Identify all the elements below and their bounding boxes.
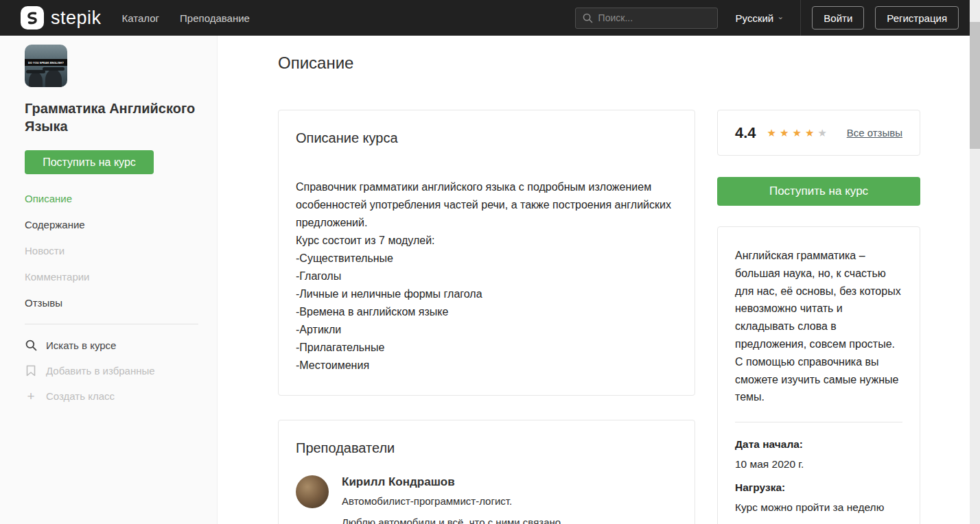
star-icon <box>805 127 814 139</box>
search-input[interactable] <box>598 12 708 23</box>
stepik-logo-text: stepik <box>51 8 102 29</box>
sidebar-item-description[interactable]: Описание <box>25 193 198 204</box>
sidebar-item-comments: Комментарии <box>25 271 198 283</box>
enroll-button-main[interactable]: Поступить на курс <box>717 177 920 206</box>
sidebar-item-contents[interactable]: Содержание <box>25 219 198 230</box>
navbar-divider <box>800 0 801 36</box>
sidebar-divider <box>25 324 198 324</box>
teacher-avatar[interactable] <box>296 475 329 508</box>
create-class-action: + Создать класс <box>25 390 198 402</box>
language-selector[interactable]: Русский ⌄ <box>736 12 784 24</box>
stepik-logo[interactable]: stepik <box>21 6 102 29</box>
register-button[interactable]: Регистрация <box>875 6 959 29</box>
fact-value: Курс можно пройти за неделю <box>735 501 902 514</box>
course-thumbnail: DO YOU SPEAK ENGLISH? <box>25 45 67 87</box>
action-label: Создать класс <box>46 390 115 402</box>
page-scrollbar[interactable] <box>970 0 980 524</box>
action-label: Добавить в избранные <box>46 365 155 377</box>
thumbnail-caption-band: DO YOU SPEAK ENGLISH? <box>25 59 67 66</box>
thumbnail-figure <box>45 69 62 87</box>
thumbnail-caption: DO YOU SPEAK ENGLISH? <box>28 61 64 64</box>
bookmark-icon <box>25 365 37 377</box>
thumbnail-figure <box>29 72 43 87</box>
plus-icon: + <box>25 392 37 401</box>
description-card-title: Описание курса <box>296 130 677 146</box>
fact-workload: Нагрузка: Курс можно пройти за неделю <box>735 481 902 514</box>
nav-link-teaching[interactable]: Преподавание <box>180 12 250 24</box>
sidebar-item-news: Новости <box>25 245 198 257</box>
star-icon <box>817 127 826 139</box>
sidebar-item-reviews[interactable]: Отзывы <box>25 297 198 309</box>
login-button[interactable]: Войти <box>812 6 864 29</box>
add-to-favorites-action: Добавить в избранные <box>25 365 198 377</box>
course-actions: Искать в курсе Добавить в избранные + Со… <box>25 340 198 402</box>
teacher-name[interactable]: Кирилл Кондрашов <box>342 475 561 489</box>
stepik-logo-icon <box>21 6 44 29</box>
teachers-card: Преподаватели Кирилл Кондрашов Автомобил… <box>278 420 695 524</box>
rating-stars <box>767 127 827 139</box>
chevron-down-icon: ⌄ <box>777 12 784 21</box>
course-summary-text: Английская грамматика – большая наука, н… <box>735 247 902 406</box>
course-summary-card: Английская грамматика – большая наука, н… <box>717 226 920 524</box>
search-icon <box>25 340 37 351</box>
nav-link-catalog[interactable]: Каталог <box>122 12 160 24</box>
teacher-bio: Люблю автомобили и всё, что с ними связа… <box>342 516 561 524</box>
course-description-card: Описание курса Справочник грамматики анг… <box>278 110 695 396</box>
star-icon <box>780 127 789 139</box>
teachers-card-title: Преподаватели <box>296 440 677 456</box>
teacher-info: Кирилл Кондрашов Автомобилист-программис… <box>342 475 561 524</box>
fact-start-date: Дата начала: 10 мая 2020 г. <box>735 438 902 471</box>
all-reviews-link[interactable]: Все отзывы <box>847 127 902 139</box>
main-content: Описание Описание курса Справочник грамм… <box>278 36 695 524</box>
fact-label: Дата начала: <box>735 438 902 451</box>
course-nav: Описание Содержание Новости Комментарии … <box>25 193 198 309</box>
star-icon <box>793 127 802 139</box>
teacher-row: Кирилл Кондрашов Автомобилист-программис… <box>296 475 677 524</box>
scrollbar-thumb[interactable] <box>970 22 980 149</box>
rating-card: 4.4 Все отзывы <box>717 110 920 156</box>
fact-value: 10 мая 2020 г. <box>735 458 902 471</box>
course-info-aside: 4.4 Все отзывы Поступить на курс Английс… <box>717 36 920 524</box>
description-card-body: Справочник грамматики английского языка … <box>296 178 677 374</box>
course-sidebar: DO YOU SPEAK ENGLISH? Грамматика Английс… <box>0 36 218 524</box>
action-label: Искать в курсе <box>46 340 116 351</box>
star-icon <box>767 127 776 139</box>
language-label: Русский <box>736 12 774 24</box>
top-navbar: stepik Каталог Преподавание Русский ⌄ Во… <box>0 0 970 36</box>
page-title: Описание <box>278 53 695 73</box>
search-in-course-action[interactable]: Искать в курсе <box>25 340 198 351</box>
search-icon <box>583 13 593 23</box>
navbar-search-box[interactable] <box>575 8 718 29</box>
rating-score: 4.4 <box>735 124 756 142</box>
fact-label: Нагрузка: <box>735 481 902 494</box>
course-title: Грамматика Английского Языка <box>25 99 202 135</box>
enroll-button-sidebar[interactable]: Поступить на курс <box>25 150 154 174</box>
teacher-role: Автомобилист-программист-логист. <box>342 495 561 507</box>
summary-divider <box>735 422 902 422</box>
